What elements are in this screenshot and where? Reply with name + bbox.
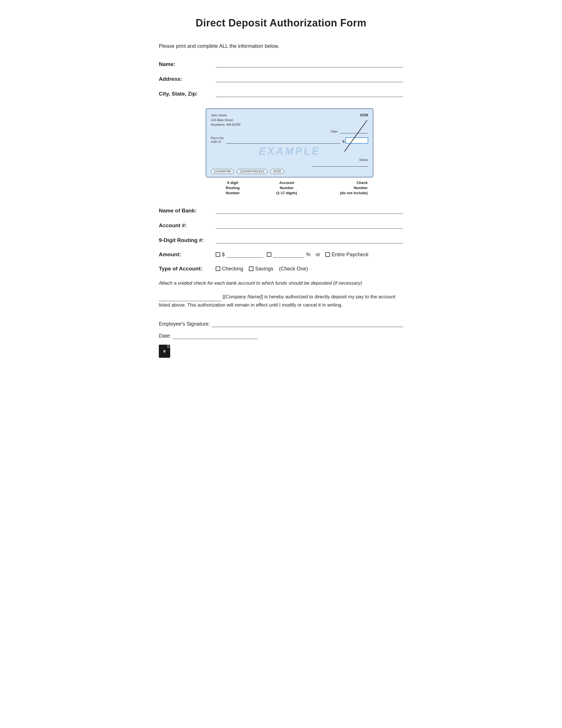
address-field[interactable]: [216, 75, 403, 82]
micr-routing: 123456789: [211, 169, 234, 174]
check-area: John Jones 124 Main Street Anywhere, MA …: [176, 108, 403, 196]
or-text: or: [316, 252, 320, 258]
amount-dollar-field[interactable]: [227, 251, 264, 258]
amount-percent-option: %: [267, 251, 310, 258]
check-label-routing: 9 digitRoutingNumber: [206, 180, 260, 196]
amount-percent-checkbox[interactable]: [267, 252, 272, 257]
city-state-zip-field[interactable]: [216, 90, 403, 97]
account-number-row: Account #:: [159, 222, 403, 229]
amount-dollar-option: $: [216, 251, 264, 258]
check-city: Anywhere, MA 02345: [211, 122, 241, 127]
check-number: 0259: [360, 113, 368, 127]
signature-line[interactable]: [212, 321, 403, 327]
checking-label: Checking: [222, 266, 243, 272]
date-label: Date:: [159, 333, 171, 339]
check-name: John Jones: [211, 113, 241, 118]
dollar-input-box: [345, 137, 368, 144]
check-date-label: Date:: [331, 130, 338, 133]
amount-percent-field[interactable]: [273, 251, 304, 258]
check-date-row: Date:: [211, 129, 368, 133]
check-one-label: (Check One): [279, 266, 308, 272]
account-number-field[interactable]: [216, 222, 403, 229]
bank-name-field[interactable]: [216, 207, 403, 214]
amount-row: Amount: $ % or Entire Paycheck: [159, 251, 403, 258]
page: Direct Deposit Authorization Form Please…: [159, 17, 403, 358]
dollars-label: Dollars: [211, 158, 368, 162]
check-label-check: CheckNumber(do not include): [314, 180, 373, 196]
type-options: Checking Savings (Check One): [216, 266, 308, 272]
intro-text: Please print and complete ALL the inform…: [159, 43, 403, 49]
account-label-text: AccountNumber(1-17 digits): [277, 181, 297, 195]
company-name-line[interactable]: [159, 295, 221, 301]
signature-section: Employee's Signature: Date:: [159, 321, 403, 339]
footer-icon-area: e: [159, 345, 403, 358]
routing-number-row: 9-Digit Routing #:: [159, 237, 403, 243]
pay-to-line: [226, 139, 340, 144]
auth-text: [[Company Name]] is hereby authorized to…: [159, 293, 403, 309]
pay-to-label: Pay to theorder of:: [211, 136, 224, 144]
check-name-address: John Jones 124 Main Street Anywhere, MA …: [211, 113, 241, 127]
percent-suffix: %: [306, 252, 310, 258]
amount-label: Amount:: [159, 251, 216, 258]
micr-account: 1234567891011: [237, 169, 268, 174]
page-title: Direct Deposit Authorization Form: [159, 17, 403, 29]
name-field[interactable]: [216, 61, 403, 67]
name-label: Name:: [159, 61, 216, 67]
doc-icon-letter: e: [163, 348, 166, 354]
check-sig-line: [311, 163, 368, 167]
savings-checkbox[interactable]: [249, 266, 254, 271]
date-row: Date:: [159, 333, 403, 339]
address-label: Address:: [159, 76, 216, 82]
routing-number-field[interactable]: [216, 237, 403, 243]
dollar-box: $: [343, 137, 368, 144]
italic-note: Attach a voided check for each bank acco…: [159, 280, 403, 286]
savings-option: Savings: [249, 266, 273, 272]
check-date-line: [340, 129, 368, 133]
entire-paycheck-label: Entire Paycheck: [331, 252, 368, 258]
example-watermark: EXAMPLE: [211, 145, 368, 157]
account-number-label: Account #:: [159, 222, 216, 229]
checking-checkbox[interactable]: [216, 266, 220, 271]
type-of-account-row: Type of Account: Checking Savings (Check…: [159, 266, 403, 272]
company-name-placeholder: [Company Name]: [224, 294, 262, 299]
bank-name-row: Name of Bank:: [159, 207, 403, 214]
date-line[interactable]: [173, 333, 258, 339]
check-pay-row: Pay to theorder of: $: [211, 136, 368, 144]
dollar-sign: $: [343, 139, 345, 144]
checking-option: Checking: [216, 266, 243, 272]
routing-label-text: 9 digitRoutingNumber: [226, 181, 240, 195]
micr-check: 0259: [270, 169, 284, 174]
signature-label: Employee's Signature:: [159, 321, 210, 327]
city-state-zip-label: City, State, Zip:: [159, 91, 216, 97]
amount-options: $ % or Entire Paycheck: [216, 251, 368, 258]
entire-paycheck-option: Entire Paycheck: [325, 252, 368, 258]
dollar-prefix: $: [222, 252, 225, 258]
name-row: Name:: [159, 61, 403, 67]
document-icon: e: [159, 345, 170, 358]
check-diagram: John Jones 124 Main Street Anywhere, MA …: [206, 108, 373, 177]
check-labels-row: 9 digitRoutingNumber AccountNumber(1-17 …: [206, 180, 373, 196]
amount-dollar-checkbox[interactable]: [216, 252, 220, 257]
check-street: 124 Main Street: [211, 118, 241, 123]
check-memo-row: [211, 163, 368, 167]
check-label-text: CheckNumber(do not include): [340, 181, 368, 195]
check-label-account: AccountNumber(1-17 digits): [260, 180, 314, 196]
type-of-account-label: Type of Account:: [159, 266, 216, 272]
micr-row: 123456789 1234567891011 0259: [211, 169, 368, 174]
routing-number-label: 9-Digit Routing #:: [159, 237, 216, 243]
bank-name-label: Name of Bank:: [159, 208, 216, 214]
address-row: Address:: [159, 75, 403, 82]
entire-paycheck-checkbox[interactable]: [325, 252, 330, 257]
savings-label: Savings: [255, 266, 273, 272]
city-state-zip-row: City, State, Zip:: [159, 90, 403, 97]
signature-row: Employee's Signature:: [159, 321, 403, 327]
